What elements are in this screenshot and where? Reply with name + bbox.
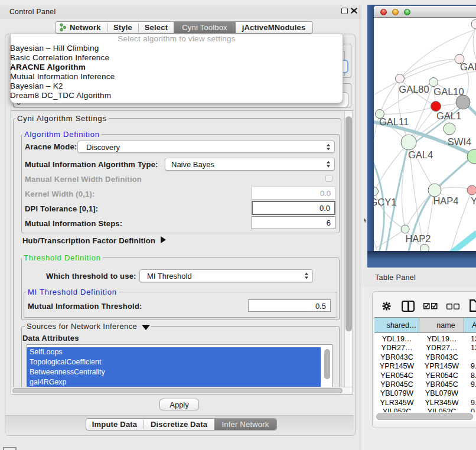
svg-text:GAL1: GAL1: [436, 110, 461, 121]
svg-text:SWI4: SWI4: [448, 136, 471, 147]
svg-text:GAL2: GAL2: [460, 61, 476, 72]
svg-text:GCY1: GCY1: [374, 197, 396, 207]
svg-text:HAP2: HAP2: [405, 233, 431, 244]
svg-text:GAL11: GAL11: [379, 116, 409, 127]
svg-text:YM: YM: [471, 195, 476, 206]
svg-text:HAP4: HAP4: [433, 195, 458, 206]
svg-text:GAL4: GAL4: [408, 149, 433, 160]
svg-text:GAL10: GAL10: [433, 86, 464, 97]
svg-text:GAL80: GAL80: [399, 84, 429, 94]
